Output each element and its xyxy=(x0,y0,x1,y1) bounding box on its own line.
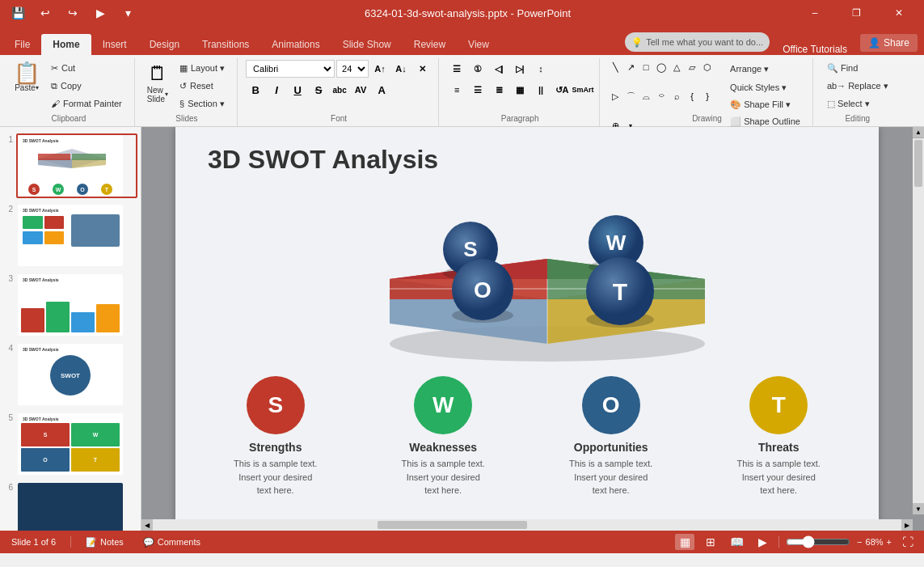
indent-dec-button[interactable]: ◁| xyxy=(489,60,508,78)
slide-preview-2[interactable]: 3D SWOT Analysis xyxy=(16,203,137,268)
tab-design[interactable]: Design xyxy=(138,34,191,55)
copy-button[interactable]: ⧉Copy xyxy=(45,78,128,94)
tell-me-box[interactable]: 💡 Tell me what you want to do... xyxy=(625,32,770,52)
format-painter-button[interactable]: 🖌Format Painter xyxy=(45,95,128,112)
font-family-select[interactable]: Calibri xyxy=(246,60,335,78)
share-button[interactable]: 👤 Share xyxy=(860,34,918,52)
tab-home[interactable]: Home xyxy=(41,34,91,55)
scroll-down-button[interactable]: ▼ xyxy=(913,503,924,514)
scroll-up-button[interactable]: ▲ xyxy=(913,127,924,138)
h-scroll-thumb[interactable] xyxy=(378,521,527,529)
layout-button[interactable]: ▦Layout ▾ xyxy=(174,60,230,76)
tab-file[interactable]: File xyxy=(3,34,41,55)
tab-review[interactable]: Review xyxy=(403,34,457,55)
shape-btn[interactable]: □ xyxy=(639,60,653,74)
zoom-slider[interactable] xyxy=(786,535,850,548)
font-color-button[interactable]: A xyxy=(372,81,391,99)
decrease-font-button[interactable]: A↓ xyxy=(391,60,411,78)
present-button[interactable]: ▶ xyxy=(89,2,112,24)
shape-btn[interactable]: ▷ xyxy=(608,89,622,104)
cut-button[interactable]: ✂Cut xyxy=(45,60,128,76)
shape-btn[interactable]: ⬡ xyxy=(700,60,715,74)
slide-preview-3[interactable]: 3D SWOT Analysis xyxy=(16,273,137,337)
replace-button[interactable]: ab→ Replace ▾ xyxy=(821,78,894,94)
slide-thumb-2[interactable]: 2 3D SWOT Analysis xyxy=(3,203,137,268)
restore-button[interactable]: ❒ xyxy=(838,0,875,26)
slide-preview-6[interactable] xyxy=(16,481,137,531)
line-spacing-button[interactable]: ↕ xyxy=(531,60,551,78)
reset-button[interactable]: ↺Reset xyxy=(174,78,230,94)
slide-preview-1[interactable]: 3D SWOT Analysis S W O T xyxy=(16,133,137,198)
bullets-button[interactable]: ☰ xyxy=(447,60,466,78)
slide-preview-4[interactable]: 3D SWOT Analysis SWOT xyxy=(16,342,137,407)
tab-animations[interactable]: Animations xyxy=(260,34,331,55)
shape-btn[interactable]: ▱ xyxy=(685,60,699,74)
shape-btn[interactable]: } xyxy=(700,89,715,104)
col-button[interactable]: || xyxy=(531,81,551,99)
office-tutorials-button[interactable]: Office Tutorials xyxy=(776,44,854,55)
save-button[interactable]: 💾 xyxy=(6,2,29,24)
shape-btn[interactable]: ⌔ xyxy=(654,89,669,104)
select-button[interactable]: ⬚ Select ▾ xyxy=(821,95,894,112)
slide-thumb-4[interactable]: 4 3D SWOT Analysis SWOT xyxy=(3,342,137,407)
tab-view[interactable]: View xyxy=(457,34,500,55)
shape-btn[interactable]: ⌒ xyxy=(623,89,638,104)
shape-btn[interactable]: ◯ xyxy=(654,60,669,74)
underline-button[interactable]: U xyxy=(288,81,307,99)
quick-styles-button[interactable]: Quick Styles ▾ xyxy=(724,79,806,95)
justify-button[interactable]: ▦ xyxy=(510,81,530,99)
paste-button[interactable]: 📋 Paste▾ xyxy=(10,60,44,112)
text-direction-button[interactable]: ↺A xyxy=(552,81,572,99)
slide-preview-5[interactable]: 3D SWOT Analysis S W O T xyxy=(16,412,137,476)
charspacing-button[interactable]: AV xyxy=(351,81,370,99)
indent-inc-button[interactable]: ▷| xyxy=(510,60,530,78)
section-button[interactable]: §Section ▾ xyxy=(174,95,230,112)
align-center-button[interactable]: ☰ xyxy=(468,81,487,99)
redo-button[interactable]: ↪ xyxy=(61,2,84,24)
undo-button[interactable]: ↩ xyxy=(34,2,57,24)
increase-font-button[interactable]: A↑ xyxy=(370,60,390,78)
slideshow-button[interactable]: ▶ xyxy=(753,534,772,550)
numbered-button[interactable]: ① xyxy=(468,60,487,78)
comments-button[interactable]: 💬 Comments xyxy=(138,535,205,549)
shape-btn[interactable]: { xyxy=(685,89,699,104)
tab-insert[interactable]: Insert xyxy=(91,34,138,55)
slide-thumb-3[interactable]: 3 3D SWOT Analysis xyxy=(3,273,137,337)
font-size-select[interactable]: 24 xyxy=(336,60,369,78)
notes-button[interactable]: 📝 Notes xyxy=(81,535,129,549)
find-button[interactable]: 🔍 Find xyxy=(821,60,894,76)
arrange-button[interactable]: Arrange ▾ xyxy=(724,60,806,78)
italic-button[interactable]: I xyxy=(267,81,286,99)
close-button[interactable]: ✕ xyxy=(880,0,918,26)
bold-button[interactable]: B xyxy=(246,81,265,99)
reading-view-button[interactable]: 📖 xyxy=(727,534,746,550)
slide-thumb-6[interactable]: 6 xyxy=(3,481,137,531)
plus-icon[interactable]: + xyxy=(887,537,892,547)
align-left-button[interactable]: ≡ xyxy=(447,81,466,99)
strikethrough-button[interactable]: S xyxy=(309,81,328,99)
shape-btn[interactable]: ╲ xyxy=(608,60,622,74)
horizontal-scrollbar[interactable]: ◀ ▶ xyxy=(141,519,913,531)
slide-thumb-5[interactable]: 5 3D SWOT Analysis S W O T xyxy=(3,412,137,476)
tab-transitions[interactable]: Transitions xyxy=(191,34,260,55)
align-right-button[interactable]: ≣ xyxy=(489,81,508,99)
convert-button[interactable]: SmArt xyxy=(573,81,593,99)
shape-btn[interactable]: ⌓ xyxy=(639,89,653,104)
clear-format-button[interactable]: ✕ xyxy=(412,60,432,78)
tab-slideshow[interactable]: Slide Show xyxy=(331,34,403,55)
slide-thumb-1[interactable]: 1 3D SWOT Analysis S W O T xyxy=(3,133,137,198)
slide-main[interactable]: 3D SWOT Analysis xyxy=(175,127,879,519)
slide-sorter-button[interactable]: ⊞ xyxy=(701,534,720,550)
fit-slide-button[interactable]: ⛶ xyxy=(898,534,918,550)
shape-btn[interactable]: ⌕ xyxy=(669,89,684,104)
scroll-right-button[interactable]: ▶ xyxy=(901,519,913,531)
scroll-thumb[interactable] xyxy=(914,140,922,187)
normal-view-button[interactable]: ▦ xyxy=(675,534,694,550)
shape-btn[interactable]: △ xyxy=(669,60,684,74)
scroll-left-button[interactable]: ◀ xyxy=(141,519,153,531)
shadow-button[interactable]: abc xyxy=(330,81,349,99)
minimize-button[interactable]: – xyxy=(796,0,833,26)
shape-fill-button[interactable]: 🎨 Shape Fill ▾ xyxy=(724,96,806,112)
new-slide-button[interactable]: 🗒 NewSlide▾ xyxy=(143,60,172,112)
customize-qat-button[interactable]: ▾ xyxy=(116,2,139,24)
